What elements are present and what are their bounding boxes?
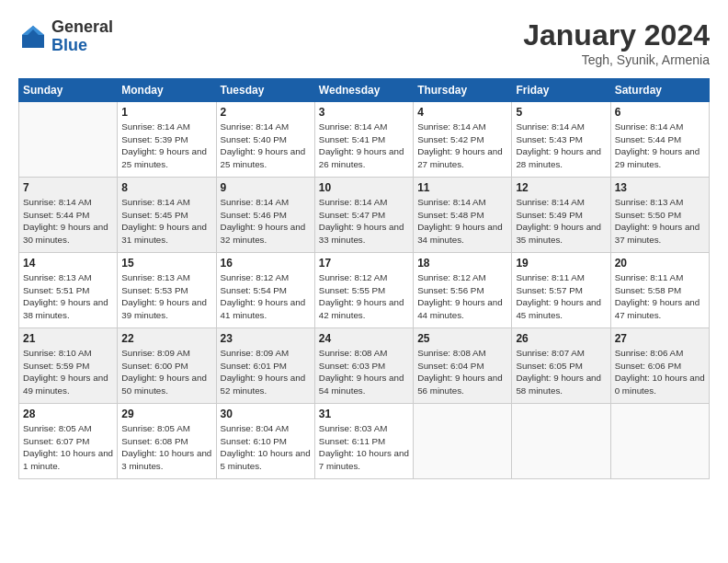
day-info: Sunrise: 8:07 AMSunset: 6:05 PMDaylight:… xyxy=(516,347,606,397)
day-info: Sunrise: 8:06 AMSunset: 6:06 PMDaylight:… xyxy=(615,347,705,397)
calendar-week-row: 7 Sunrise: 8:14 AMSunset: 5:44 PMDayligh… xyxy=(19,178,710,253)
day-number: 26 xyxy=(516,332,606,345)
table-row: 10 Sunrise: 8:14 AMSunset: 5:47 PMDaylig… xyxy=(314,178,413,253)
table-row: 11 Sunrise: 8:14 AMSunset: 5:48 PMDaylig… xyxy=(414,178,512,253)
table-row: 14 Sunrise: 8:13 AMSunset: 5:51 PMDaylig… xyxy=(19,253,118,328)
calendar-week-row: 1 Sunrise: 8:14 AMSunset: 5:39 PMDayligh… xyxy=(19,102,710,178)
day-number: 3 xyxy=(319,106,409,119)
day-number: 14 xyxy=(23,257,113,270)
table-row: 28 Sunrise: 8:05 AMSunset: 6:07 PMDaylig… xyxy=(19,404,118,479)
day-number: 19 xyxy=(516,257,606,270)
calendar-table: Sunday Monday Tuesday Wednesday Thursday… xyxy=(18,78,710,479)
day-info: Sunrise: 8:14 AMSunset: 5:47 PMDaylight:… xyxy=(319,196,409,247)
day-number: 18 xyxy=(417,257,507,270)
day-number: 15 xyxy=(121,257,211,270)
day-number: 25 xyxy=(417,332,507,345)
table-row: 31 Sunrise: 8:03 AMSunset: 6:11 PMDaylig… xyxy=(314,404,413,479)
day-info: Sunrise: 8:14 AMSunset: 5:39 PMDaylight:… xyxy=(121,121,211,171)
day-number: 4 xyxy=(417,106,507,119)
logo-general: General xyxy=(51,18,113,37)
day-info: Sunrise: 8:08 AMSunset: 6:04 PMDaylight:… xyxy=(417,347,507,397)
table-row: 12 Sunrise: 8:14 AMSunset: 5:49 PMDaylig… xyxy=(512,178,610,253)
day-number: 16 xyxy=(221,257,311,270)
svg-rect-2 xyxy=(22,35,44,37)
table-row: 8 Sunrise: 8:14 AMSunset: 5:45 PMDayligh… xyxy=(118,178,216,253)
logo: General Blue xyxy=(18,18,113,55)
day-number: 30 xyxy=(221,408,311,420)
table-row: 17 Sunrise: 8:12 AMSunset: 5:55 PMDaylig… xyxy=(314,253,413,328)
day-info: Sunrise: 8:14 AMSunset: 5:40 PMDaylight:… xyxy=(221,121,311,171)
table-row: 1 Sunrise: 8:14 AMSunset: 5:39 PMDayligh… xyxy=(118,102,216,178)
col-monday: Monday xyxy=(118,79,216,102)
table-row xyxy=(610,404,709,479)
day-number: 28 xyxy=(23,408,113,420)
day-number: 24 xyxy=(319,332,409,345)
subtitle: Tegh, Syunik, Armenia xyxy=(523,52,710,67)
title-block: January 2024 Tegh, Syunik, Armenia xyxy=(523,18,710,67)
day-info: Sunrise: 8:11 AMSunset: 5:58 PMDaylight:… xyxy=(615,271,705,322)
col-sunday: Sunday xyxy=(19,79,118,102)
table-row: 5 Sunrise: 8:14 AMSunset: 5:43 PMDayligh… xyxy=(512,102,610,178)
col-saturday: Saturday xyxy=(610,79,709,102)
calendar-week-row: 28 Sunrise: 8:05 AMSunset: 6:07 PMDaylig… xyxy=(19,404,710,479)
day-number: 31 xyxy=(319,408,409,420)
table-row: 6 Sunrise: 8:14 AMSunset: 5:44 PMDayligh… xyxy=(610,102,709,178)
day-info: Sunrise: 8:05 AMSunset: 6:07 PMDaylight:… xyxy=(23,422,113,473)
day-info: Sunrise: 8:13 AMSunset: 5:50 PMDaylight:… xyxy=(615,196,705,247)
table-row: 9 Sunrise: 8:14 AMSunset: 5:46 PMDayligh… xyxy=(216,178,314,253)
table-row: 30 Sunrise: 8:04 AMSunset: 6:10 PMDaylig… xyxy=(216,404,314,479)
calendar-week-row: 21 Sunrise: 8:10 AMSunset: 5:59 PMDaylig… xyxy=(19,328,710,404)
header: General Blue January 2024 Tegh, Syunik, … xyxy=(18,18,710,67)
table-row: 13 Sunrise: 8:13 AMSunset: 5:50 PMDaylig… xyxy=(610,178,709,253)
day-number: 9 xyxy=(221,181,311,194)
day-number: 7 xyxy=(23,181,113,194)
day-info: Sunrise: 8:14 AMSunset: 5:44 PMDaylight:… xyxy=(615,121,705,171)
table-row: 18 Sunrise: 8:12 AMSunset: 5:56 PMDaylig… xyxy=(414,253,512,328)
day-info: Sunrise: 8:14 AMSunset: 5:41 PMDaylight:… xyxy=(319,121,409,171)
day-number: 10 xyxy=(319,181,409,194)
day-number: 23 xyxy=(221,332,311,345)
table-row: 7 Sunrise: 8:14 AMSunset: 5:44 PMDayligh… xyxy=(19,178,118,253)
page: General Blue January 2024 Tegh, Syunik, … xyxy=(0,0,728,563)
table-row xyxy=(512,404,610,479)
table-row: 23 Sunrise: 8:09 AMSunset: 6:01 PMDaylig… xyxy=(216,328,314,404)
day-info: Sunrise: 8:14 AMSunset: 5:46 PMDaylight:… xyxy=(221,196,311,247)
day-info: Sunrise: 8:14 AMSunset: 5:42 PMDaylight:… xyxy=(417,121,507,171)
day-info: Sunrise: 8:14 AMSunset: 5:49 PMDaylight:… xyxy=(516,196,606,247)
logo-icon xyxy=(18,22,48,52)
day-info: Sunrise: 8:10 AMSunset: 5:59 PMDaylight:… xyxy=(23,347,113,397)
table-row: 15 Sunrise: 8:13 AMSunset: 5:53 PMDaylig… xyxy=(118,253,216,328)
day-info: Sunrise: 8:03 AMSunset: 6:11 PMDaylight:… xyxy=(319,422,409,473)
day-info: Sunrise: 8:12 AMSunset: 5:55 PMDaylight:… xyxy=(319,271,409,322)
day-info: Sunrise: 8:12 AMSunset: 5:54 PMDaylight:… xyxy=(221,271,311,322)
day-number: 1 xyxy=(121,106,211,119)
table-row xyxy=(414,404,512,479)
day-info: Sunrise: 8:13 AMSunset: 5:53 PMDaylight:… xyxy=(121,271,211,322)
calendar-header-row: Sunday Monday Tuesday Wednesday Thursday… xyxy=(19,79,710,102)
day-number: 2 xyxy=(221,106,311,119)
table-row: 19 Sunrise: 8:11 AMSunset: 5:57 PMDaylig… xyxy=(512,253,610,328)
calendar-week-row: 14 Sunrise: 8:13 AMSunset: 5:51 PMDaylig… xyxy=(19,253,710,328)
day-info: Sunrise: 8:11 AMSunset: 5:57 PMDaylight:… xyxy=(516,271,606,322)
table-row xyxy=(19,102,118,178)
day-number: 11 xyxy=(417,181,507,194)
day-number: 8 xyxy=(121,181,211,194)
table-row: 22 Sunrise: 8:09 AMSunset: 6:00 PMDaylig… xyxy=(118,328,216,404)
table-row: 4 Sunrise: 8:14 AMSunset: 5:42 PMDayligh… xyxy=(414,102,512,178)
day-info: Sunrise: 8:14 AMSunset: 5:43 PMDaylight:… xyxy=(516,121,606,171)
day-info: Sunrise: 8:09 AMSunset: 6:00 PMDaylight:… xyxy=(121,347,211,397)
logo-blue: Blue xyxy=(51,37,113,55)
col-wednesday: Wednesday xyxy=(314,79,413,102)
table-row: 2 Sunrise: 8:14 AMSunset: 5:40 PMDayligh… xyxy=(216,102,314,178)
table-row: 3 Sunrise: 8:14 AMSunset: 5:41 PMDayligh… xyxy=(314,102,413,178)
col-friday: Friday xyxy=(512,79,610,102)
day-number: 17 xyxy=(319,257,409,270)
day-number: 27 xyxy=(615,332,705,345)
logo-text: General Blue xyxy=(51,18,113,55)
day-number: 5 xyxy=(516,106,606,119)
day-info: Sunrise: 8:05 AMSunset: 6:08 PMDaylight:… xyxy=(121,422,211,473)
col-thursday: Thursday xyxy=(414,79,512,102)
table-row: 25 Sunrise: 8:08 AMSunset: 6:04 PMDaylig… xyxy=(414,328,512,404)
day-number: 29 xyxy=(121,408,211,420)
table-row: 26 Sunrise: 8:07 AMSunset: 6:05 PMDaylig… xyxy=(512,328,610,404)
